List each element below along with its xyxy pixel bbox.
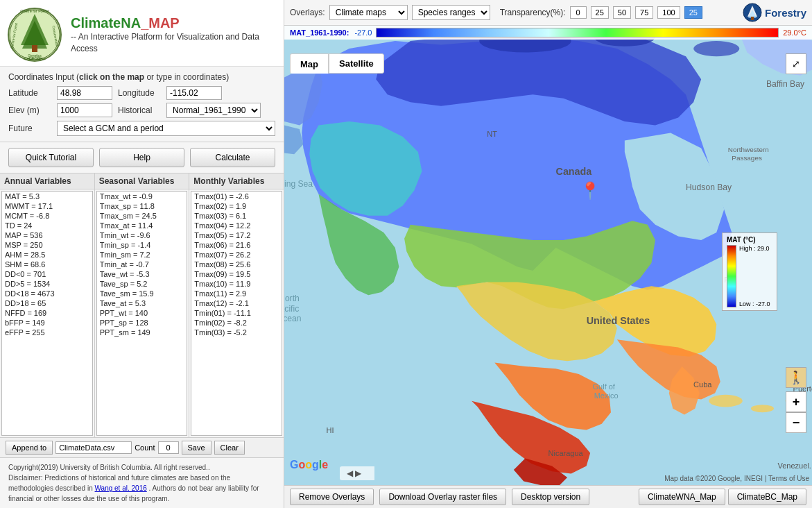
list-item[interactable]: Tmin_wt = -9.6 (97, 230, 187, 240)
help-button[interactable]: Help (99, 148, 184, 167)
overlay-select[interactable]: Climate maps Species ranges (329, 5, 408, 20)
fullscreen-icon: ⤢ (792, 58, 800, 69)
list-item[interactable]: AHM = 28.5 (2, 250, 92, 260)
svg-text:Nicaragua: Nicaragua (548, 449, 584, 457)
list-item[interactable]: Tave_sp = 5.2 (97, 279, 187, 289)
list-item[interactable]: bFFP = 149 (2, 318, 92, 328)
csv-filename-input[interactable] (55, 441, 132, 454)
list-item[interactable]: eFFP = 255 (2, 328, 92, 337)
list-item[interactable]: DD>18 = 65 (2, 298, 92, 308)
trans-100-button[interactable]: 100 (657, 6, 680, 19)
elev-input[interactable] (57, 103, 112, 117)
list-item[interactable]: MAP = 536 (2, 230, 92, 240)
download-overlay-button[interactable]: Download Overlay raster files (379, 489, 506, 505)
trans-0-button[interactable]: 0 (570, 6, 587, 19)
list-item[interactable]: Tmax(03) = 6.1 (191, 211, 282, 221)
list-item[interactable]: Tave_wt = -5.3 (97, 269, 187, 279)
list-item[interactable]: NFFD = 169 (2, 308, 92, 318)
list-item[interactable]: MAT = 5.3 (2, 192, 92, 201)
append-to-button[interactable]: Append to (6, 441, 53, 455)
map-copyright: Map data ©2020 Google, INEGI | Terms of … (664, 475, 809, 482)
clear-button[interactable]: Clear (214, 441, 245, 455)
list-item[interactable]: Tmax(05) = 17.2 (191, 230, 282, 240)
future-label: Future (8, 124, 57, 133)
species-select[interactable]: Species ranges (412, 5, 490, 20)
list-item[interactable]: SHM = 68.6 (2, 260, 92, 269)
list-item[interactable]: PPT_wt = 140 (97, 308, 187, 318)
app-name-climate: ClimateNA (71, 15, 141, 31)
list-item[interactable]: Tave_at = 5.3 (97, 298, 187, 308)
map-button[interactable]: Map (290, 53, 329, 74)
list-item[interactable]: Tmax(07) = 26.2 (191, 250, 282, 260)
zoom-in-icon: + (793, 395, 800, 409)
wang-link[interactable]: Wang et al. 2016 (95, 484, 147, 492)
list-item[interactable]: DD>5 = 1534 (2, 279, 92, 289)
historical-select[interactable]: Normal_1961_1990 Normal_1981_2010 (166, 103, 261, 118)
lat-input[interactable] (57, 86, 112, 100)
desktop-version-button[interactable]: Desktop version (512, 489, 589, 505)
map-container[interactable]: MAT_1961-1990: -27.0 29.0°C Map Satellit… (284, 26, 812, 485)
svg-text:Venezuel...: Venezuel... (778, 462, 813, 470)
coords-title: Coordinates Input (click on the map or t… (8, 72, 275, 82)
left-panel: •CFCG• Centre for Forest Conservation Ce… (0, 0, 284, 508)
map-navigation: ◀ ▶ (340, 466, 374, 482)
list-item[interactable]: Tmax_sp = 11.8 (97, 201, 187, 211)
zoom-out-button[interactable]: − (786, 412, 806, 433)
list-item[interactable]: Tmax(01) = -2.6 (191, 192, 282, 201)
list-item[interactable]: Tmax(10) = 11.9 (191, 279, 282, 289)
climatewna-button[interactable]: ClimateWNA_Map (639, 489, 725, 505)
calculate-button[interactable]: Calculate (190, 148, 275, 167)
list-item[interactable]: Tmin(01) = -11.1 (191, 308, 282, 318)
save-button[interactable]: Save (182, 441, 211, 455)
list-item[interactable]: Tmax_wt = -0.9 (97, 192, 187, 201)
list-item[interactable]: Tmax(06) = 21.6 (191, 240, 282, 250)
list-item[interactable]: Tmin(02) = -8.2 (191, 318, 282, 328)
list-item[interactable]: Tave_sm = 15.9 (97, 289, 187, 298)
climatebc-button[interactable]: ClimateBC_Map (728, 489, 806, 505)
list-item[interactable]: Tmin_sp = -1.4 (97, 240, 187, 250)
trans-active-button[interactable]: 25 (684, 6, 702, 19)
list-item[interactable]: MSP = 250 (2, 240, 92, 250)
list-item[interactable]: MWMT = 17.1 (2, 201, 92, 211)
future-select[interactable]: Select a GCM and a period (57, 121, 275, 136)
list-item[interactable]: TD = 24 (2, 221, 92, 230)
bottom-map-bar: Remove Overlays Download Overlay raster … (284, 485, 812, 508)
action-buttons-row: Quick Tutorial Help Calculate (0, 142, 284, 173)
footer: Copyright(2019) University of British Co… (0, 458, 284, 508)
list-item[interactable]: Tmax(09) = 19.5 (191, 269, 282, 279)
list-item[interactable]: Tmax(02) = 1.9 (191, 201, 282, 211)
tutorial-button[interactable]: Quick Tutorial (8, 148, 94, 167)
list-item[interactable]: DD<0 = 701 (2, 269, 92, 279)
list-item[interactable]: PPT_sm = 149 (97, 328, 187, 337)
trans-50-button[interactable]: 50 (613, 6, 631, 19)
trans-75-button[interactable]: 75 (635, 6, 653, 19)
list-item[interactable]: MCMT = -6.8 (2, 211, 92, 221)
trans-25-button[interactable]: 25 (591, 6, 609, 19)
fullscreen-button[interactable]: ⤢ (786, 53, 806, 74)
lon-label: Longitude (118, 88, 166, 98)
list-item[interactable]: Tmin(03) = -5.2 (191, 328, 282, 337)
list-item[interactable]: DD<18 = 4673 (2, 289, 92, 298)
list-item[interactable]: Tmax(04) = 12.2 (191, 221, 282, 230)
list-item[interactable]: Tmin_sm = 7.2 (97, 250, 187, 260)
list-item[interactable]: Tmax_sm = 24.5 (97, 211, 187, 221)
lon-input[interactable] (166, 86, 222, 100)
list-item[interactable]: Tmax(11) = 2.9 (191, 289, 282, 298)
list-item[interactable]: Tmax(12) = -2.1 (191, 298, 282, 308)
future-row: Future Select a GCM and a period (8, 121, 275, 136)
list-item[interactable]: Tmax(08) = 25.6 (191, 260, 282, 269)
list-item[interactable]: PPT_sp = 128 (97, 318, 187, 328)
remove-overlays-button[interactable]: Remove Overlays (290, 489, 374, 505)
list-item[interactable]: Tmin_at = -0.7 (97, 260, 187, 269)
seasonal-list[interactable]: Tmax_wt = -0.9 Tmax_sp = 11.8 Tmax_sm = … (96, 191, 188, 436)
coordinates-section: Coordinates Input (click on the map or t… (0, 67, 284, 142)
streetview-button[interactable]: 🚶 (786, 367, 806, 388)
svg-text:Baffin Bay: Baffin Bay (766, 79, 805, 89)
list-item[interactable]: Tmax_at = 11.4 (97, 221, 187, 230)
satellite-button[interactable]: Satellite (329, 53, 384, 74)
monthly-list[interactable]: Tmax(01) = -2.6 Tmax(02) = 1.9 Tmax(03) … (191, 191, 282, 436)
annual-list[interactable]: MAT = 5.3 MWMT = 17.1 MCMT = -6.8 TD = 2… (1, 191, 93, 436)
google-logo: Google (290, 459, 328, 471)
count-input[interactable] (158, 441, 179, 454)
zoom-in-button[interactable]: + (786, 391, 806, 412)
